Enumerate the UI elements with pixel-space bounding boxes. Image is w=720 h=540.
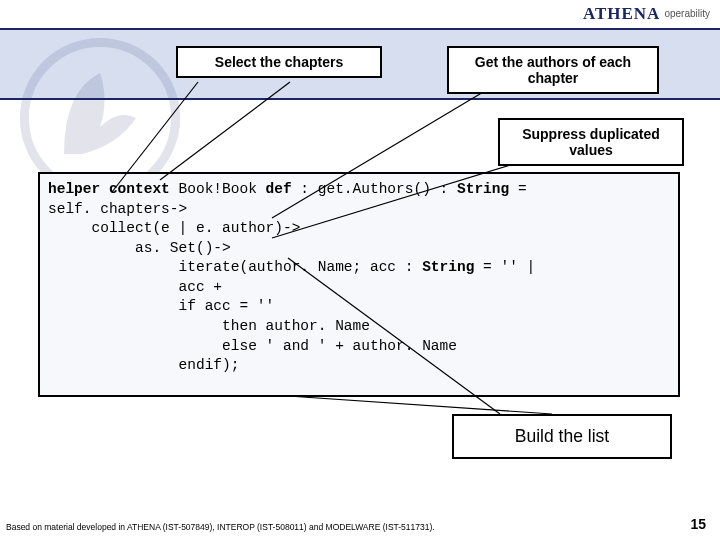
svg-line-6 [288, 396, 552, 414]
code-line: then author. Name [48, 317, 670, 337]
code-line: if acc = '' [48, 297, 670, 317]
callout-get-authors: Get the authors of each chapter [447, 46, 659, 94]
code-block: helper context Book!Book def : get.Autho… [38, 172, 680, 397]
code-line: helper context Book!Book def : get.Autho… [48, 180, 670, 200]
header-tag: operability [664, 8, 710, 19]
callout-select-chapters: Select the chapters [176, 46, 382, 78]
code-line: self. chapters-> [48, 200, 670, 220]
callout-text: Get the authors of each chapter [475, 54, 631, 86]
code-line: as. Set()-> [48, 239, 670, 259]
callout-build-list: Build the list [452, 414, 672, 459]
code-line: collect(e | e. author)-> [48, 219, 670, 239]
code-line: acc + [48, 278, 670, 298]
code-line: iterate(author. Name; acc : String = '' … [48, 258, 670, 278]
code-line: else ' and ' + author. Name [48, 337, 670, 357]
callout-text: Suppress duplicated values [522, 126, 660, 158]
code-line: endif); [48, 356, 670, 376]
callout-suppress: Suppress duplicated values [498, 118, 684, 166]
callout-text: Build the list [515, 426, 609, 446]
brand-logo: ATHENA [583, 4, 660, 23]
header: ATHENA operability [0, 0, 720, 28]
footer-credit: Based on material developed in ATHENA (I… [6, 522, 435, 532]
page-number: 15 [690, 516, 706, 532]
callout-text: Select the chapters [215, 54, 343, 70]
